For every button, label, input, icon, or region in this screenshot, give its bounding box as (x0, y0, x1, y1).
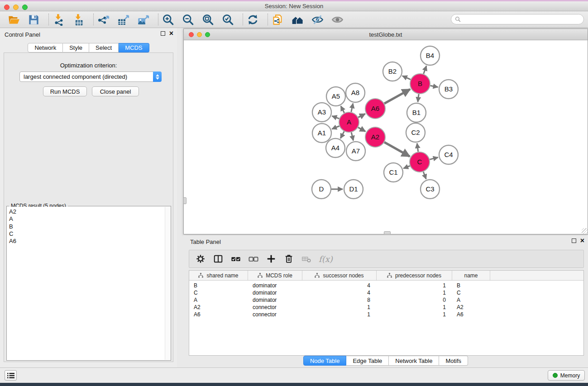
table-cell[interactable]: 1 (302, 311, 377, 318)
graph-edge-B-B3[interactable] (430, 86, 438, 87)
graph-edge-A-A7[interactable] (351, 132, 353, 140)
table-cell[interactable]: A (452, 296, 490, 304)
memory-button[interactable]: Memory (548, 370, 585, 381)
task-history-button[interactable] (5, 370, 17, 381)
graph-node-D[interactable]: D (312, 180, 331, 199)
graph-node-A4[interactable]: A4 (326, 138, 345, 157)
graph-edge-B-B1[interactable] (418, 94, 419, 102)
table-row[interactable]: Cdominator41C (189, 289, 583, 296)
result-item[interactable]: C (9, 230, 164, 238)
graph-edge-B-B2[interactable] (402, 76, 411, 80)
splitter-grip-bottom[interactable] (384, 231, 391, 234)
graph-edge-C-C3[interactable] (423, 172, 426, 179)
graph-node-B4[interactable]: B4 (421, 46, 440, 65)
table-cell[interactable]: connector (248, 304, 302, 311)
minimize-window-button[interactable] (13, 5, 19, 10)
graph-edge-C-C1[interactable] (403, 166, 410, 169)
table-cell[interactable]: C (452, 289, 490, 296)
graph-edge-A-A4[interactable] (340, 131, 344, 138)
optimization-criterion-dropdown[interactable]: largest connected component (directed) (19, 71, 162, 82)
refresh-layout-icon[interactable] (245, 12, 260, 27)
graph-edge-A-A2[interactable] (358, 127, 365, 131)
new-network-from-selection-icon[interactable] (270, 12, 285, 27)
graph-node-A5[interactable]: A5 (326, 87, 345, 106)
table-cell[interactable]: B (189, 282, 248, 289)
table-cell[interactable]: A (189, 296, 248, 304)
import-table-icon[interactable] (71, 12, 86, 27)
table-cell[interactable]: 1 (377, 311, 452, 318)
zoom-in-icon[interactable] (161, 12, 175, 27)
search-field[interactable] (451, 14, 584, 24)
table-cell[interactable]: 4 (302, 282, 377, 289)
column-visibility-icon[interactable] (213, 253, 224, 264)
graph-edge-B-B4[interactable] (424, 66, 426, 74)
export-network-icon[interactable] (96, 12, 110, 27)
tab-network-table[interactable]: Network Table (389, 356, 439, 366)
table-settings-icon[interactable] (195, 253, 206, 264)
save-session-icon[interactable] (26, 12, 41, 27)
graph-node-C2[interactable]: C2 (406, 123, 425, 142)
graph-node-A[interactable]: A (339, 112, 359, 132)
table-cell[interactable]: 1 (302, 304, 377, 311)
unselect-all-checkboxes-icon[interactable] (248, 253, 259, 264)
tab-edge-table[interactable]: Edge Table (346, 356, 389, 366)
graph-node-C3[interactable]: C3 (421, 180, 440, 199)
delete-table-icon[interactable] (301, 253, 312, 264)
tab-select[interactable]: Select (89, 43, 119, 52)
column-header-predecessor-nodes[interactable]: predecessor nodes (377, 271, 452, 280)
table-cell[interactable]: A2 (452, 304, 490, 311)
graph-node-A2[interactable]: A2 (365, 127, 385, 147)
import-network-icon[interactable] (51, 12, 66, 27)
table-cell[interactable]: C (189, 289, 248, 296)
result-item[interactable]: A (9, 215, 164, 223)
tab-network[interactable]: Network (28, 43, 63, 52)
graph-edge-A-A1[interactable] (332, 126, 339, 129)
graph-node-C[interactable]: C (410, 152, 430, 172)
tab-node-table[interactable]: Node Table (303, 356, 347, 366)
table-cell[interactable]: 1 (377, 282, 452, 289)
graph-edge-A-A5[interactable] (341, 106, 344, 113)
column-header-name[interactable]: name (452, 271, 490, 280)
graph-node-A6[interactable]: A6 (365, 99, 385, 119)
table-cell[interactable]: dominator (248, 296, 302, 304)
table-cell[interactable]: 0 (377, 296, 452, 304)
table-cell[interactable]: A6 (452, 311, 490, 318)
network-minimize-button[interactable] (197, 32, 202, 37)
table-row[interactable]: Adominator80A (189, 296, 583, 304)
table-cell[interactable]: A2 (189, 304, 248, 311)
graph-node-C4[interactable]: C4 (439, 145, 458, 164)
graph-edge-C-C2[interactable] (417, 143, 418, 152)
close-table-panel-icon[interactable]: × (580, 238, 584, 243)
hide-selected-icon[interactable] (310, 12, 325, 27)
table-cell[interactable]: 1 (377, 304, 452, 311)
delete-column-icon[interactable] (283, 253, 294, 264)
result-scrollbar[interactable] (165, 207, 171, 360)
open-session-icon[interactable] (6, 12, 21, 27)
window-resize-grip[interactable] (582, 228, 588, 234)
table-cell[interactable]: 8 (302, 296, 377, 304)
table-cell[interactable]: A6 (189, 311, 248, 318)
tab-mcds[interactable]: MCDS (119, 43, 149, 52)
float-panel-icon[interactable] (161, 31, 165, 36)
column-header-mcds-role[interactable]: MCDS role (248, 271, 302, 280)
search-input[interactable] (463, 16, 580, 23)
export-image-icon[interactable] (136, 12, 150, 27)
table-cell[interactable]: B (452, 282, 490, 289)
graph-node-A1[interactable]: A1 (312, 124, 331, 143)
graph-node-B2[interactable]: B2 (383, 62, 402, 81)
splitter-grip-left[interactable] (183, 197, 186, 204)
close-panel-button[interactable]: Close panel (92, 86, 139, 96)
export-table-icon[interactable] (116, 12, 130, 27)
graph-node-C1[interactable]: C1 (384, 163, 403, 182)
table-cell[interactable]: 1 (377, 289, 452, 296)
zoom-out-icon[interactable] (181, 12, 195, 27)
network-canvas[interactable]: B4B2BB3A8A5A6A3B1AA1C2A2A4A7C4CC1DD1C3 (184, 40, 588, 234)
table-cell[interactable]: dominator (248, 289, 302, 296)
zoom-selected-icon[interactable] (220, 12, 235, 27)
graph-node-B1[interactable]: B1 (407, 103, 426, 122)
table-row[interactable]: A2connector11A2 (189, 304, 583, 311)
table-row[interactable]: A6connector11A6 (189, 311, 583, 318)
column-header-successor-nodes[interactable]: successor nodes (302, 271, 377, 280)
zoom-window-button[interactable] (22, 5, 28, 10)
graph-node-A8[interactable]: A8 (346, 83, 365, 102)
